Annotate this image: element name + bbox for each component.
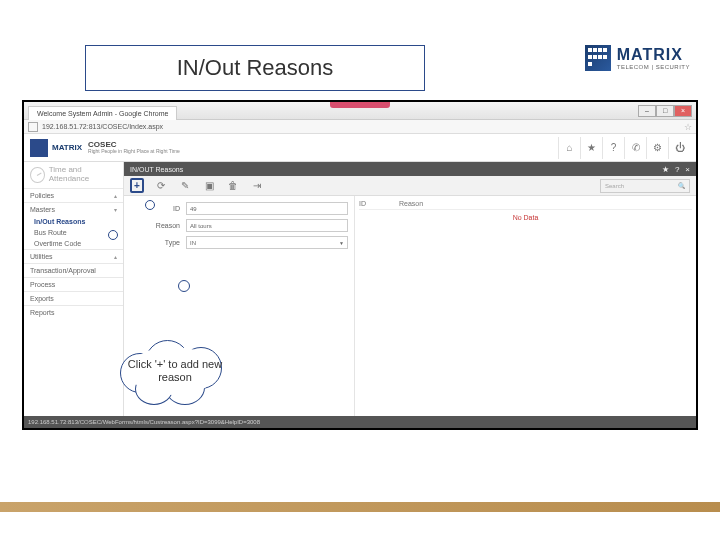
list-col-reason: Reason (399, 200, 423, 207)
sidebar-section-utilities[interactable]: Utilities▴ (24, 249, 123, 263)
close-button[interactable]: × (674, 105, 692, 117)
annotation-bubble-2 (108, 230, 118, 240)
home-icon[interactable]: ⌂ (558, 137, 580, 159)
logo-sub: TELECOM | SECURITY (617, 64, 690, 70)
sidebar-item-in-out-reasons[interactable]: In/Out Reasons (24, 216, 123, 227)
chevron-down-icon: ▾ (114, 206, 117, 213)
sidebar-section-transaction[interactable]: Transaction/Approval (24, 263, 123, 277)
chevron-up-icon: ▴ (114, 253, 117, 260)
delete-icon[interactable]: 🗑 (226, 180, 240, 191)
favorite-icon[interactable]: ★ (662, 165, 669, 174)
app-header: MATRIX COSEC Right People in Right Place… (24, 134, 696, 162)
restore-icon[interactable]: ⟳ (154, 180, 168, 191)
search-placeholder: Search (605, 183, 624, 189)
reason-field[interactable]: All tours (186, 219, 348, 232)
url-text[interactable]: 192.168.51.72:813/COSEC/Index.aspx (42, 123, 163, 130)
section-label: Policies (30, 192, 54, 199)
add-button[interactable]: + (130, 178, 144, 193)
export-icon[interactable]: ⇥ (250, 180, 264, 191)
panel-titlebar: IN/OUT Reasons ★ ? × (124, 162, 696, 176)
slide-title-box: IN/Out Reasons (85, 45, 425, 91)
sidebar-section-exports[interactable]: Exports (24, 291, 123, 305)
theme-accent (330, 102, 390, 108)
browser-tab[interactable]: Welcome System Admin - Google Chrome (28, 106, 177, 120)
annotation-bubble-1 (145, 200, 155, 210)
status-bar: 192.168.51.72:813/COSEC/WebForms/htmls/C… (24, 416, 696, 428)
status-text: 192.168.51.72:813/COSEC/WebForms/htmls/C… (28, 419, 260, 425)
app-brand: MATRIX (52, 144, 82, 152)
page-icon (28, 122, 38, 132)
sidebar-section-reports[interactable]: Reports (24, 305, 123, 319)
sidebar-section-process[interactable]: Process (24, 277, 123, 291)
id-field[interactable]: 49 (186, 202, 348, 215)
module-label: Time and Attendance (49, 166, 117, 184)
app-logo: MATRIX (30, 139, 82, 157)
annotation-bubble-3 (178, 280, 190, 292)
logo-main: MATRIX (617, 46, 690, 64)
bookmark-star-icon[interactable]: ☆ (684, 122, 692, 132)
help-panel-icon[interactable]: ? (675, 165, 679, 174)
type-label: Type (130, 239, 180, 246)
list-col-id: ID (359, 200, 399, 207)
clock-icon (30, 167, 45, 183)
section-label: Masters (30, 206, 55, 213)
star-icon[interactable]: ★ (580, 137, 602, 159)
search-input[interactable]: Search 🔍 (600, 179, 690, 193)
no-data-text: No Data (359, 214, 692, 221)
tab-title: Welcome System Admin - Google Chrome (37, 110, 168, 117)
toolbar: + ⟳ ✎ ▣ 🗑 ⇥ Search 🔍 (124, 176, 696, 196)
edit-icon[interactable]: ✎ (178, 180, 192, 191)
app-tagline: Right People in Right Place at Right Tim… (88, 149, 180, 154)
footer-stripe (0, 502, 720, 512)
sidebar-section-masters[interactable]: Masters ▾ (24, 202, 123, 216)
app-logo-mark-icon (30, 139, 48, 157)
logo-mark-icon (585, 45, 611, 71)
annotation-text: Click '+' to add new reason (110, 335, 240, 407)
reason-label: Reason (130, 222, 180, 229)
address-bar: 192.168.51.72:813/COSEC/Index.aspx ☆ (24, 120, 696, 134)
settings-icon[interactable]: ⚙ (646, 137, 668, 159)
type-select[interactable]: IN (186, 236, 348, 249)
brand-logo: MATRIX TELECOM | SECURITY (585, 45, 690, 71)
annotation-cloud: Click '+' to add new reason (110, 335, 240, 407)
sidebar: Time and Attendance Policies ▴ Masters ▾… (24, 162, 124, 428)
list-column: ID Reason No Data (354, 196, 696, 428)
panel-title: IN/OUT Reasons (130, 166, 183, 173)
chevron-up-icon: ▴ (114, 192, 117, 199)
browser-titlebar: Welcome System Admin - Google Chrome – □… (24, 102, 696, 120)
help-icon[interactable]: ? (602, 137, 624, 159)
id-label: ID (130, 205, 180, 212)
sidebar-section-policies[interactable]: Policies ▴ (24, 188, 123, 202)
slide-title: IN/Out Reasons (177, 55, 334, 81)
close-panel-icon[interactable]: × (685, 165, 690, 174)
maximize-button[interactable]: □ (656, 105, 674, 117)
power-icon[interactable]: ⏻ (668, 137, 690, 159)
minimize-button[interactable]: – (638, 105, 656, 117)
sidebar-module-header[interactable]: Time and Attendance (24, 162, 123, 188)
phone-icon[interactable]: ✆ (624, 137, 646, 159)
sidebar-item-overtime-code[interactable]: Overtime Code (24, 238, 123, 249)
save-icon[interactable]: ▣ (202, 180, 216, 191)
search-icon: 🔍 (678, 182, 685, 189)
